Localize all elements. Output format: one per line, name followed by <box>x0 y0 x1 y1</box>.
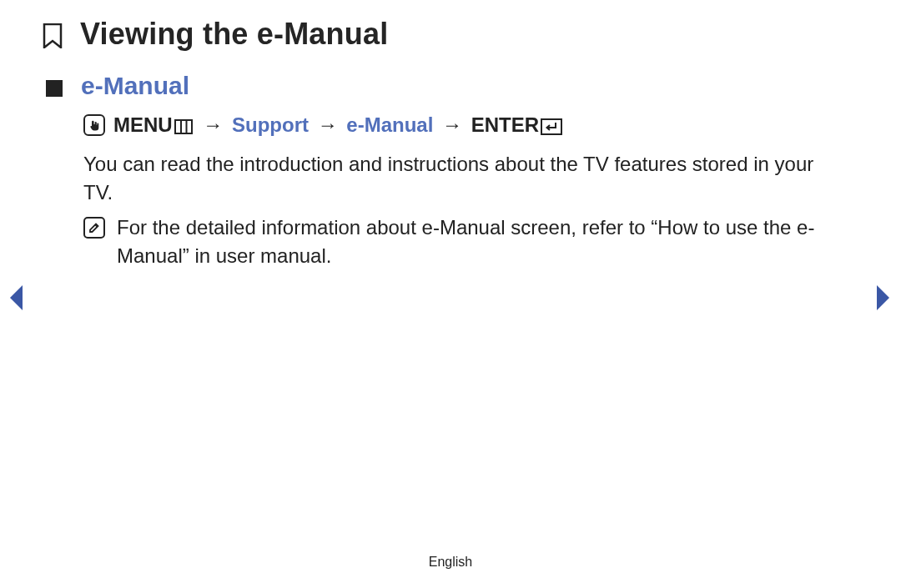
menu-path: MENU → Support → e-Manual → ENTER <box>83 113 564 137</box>
note-text: For the detailed information about e-Man… <box>117 214 855 270</box>
section-row: e-Manual <box>46 72 189 100</box>
body-text: You can read the introduction and instru… <box>83 150 843 207</box>
menu-label: MENU <box>113 113 173 136</box>
section-heading: e-Manual <box>81 72 189 100</box>
footer-language: English <box>0 555 901 570</box>
arrow-1: → <box>199 113 226 136</box>
note-row: For the detailed information about e-Man… <box>83 214 855 270</box>
square-bullet-icon <box>46 80 63 97</box>
breadcrumb-emanual: e-Manual <box>346 113 433 136</box>
svg-rect-0 <box>175 120 192 133</box>
arrow-2: → <box>315 113 341 136</box>
bookmark-icon <box>42 23 63 48</box>
arrow-3: → <box>439 113 466 136</box>
menu-path-text: MENU → Support → e-Manual → ENTER <box>113 113 564 137</box>
prev-page-arrow[interactable] <box>7 284 25 312</box>
note-pencil-icon <box>83 217 105 239</box>
hand-icon <box>83 114 105 136</box>
enter-label: ENTER <box>471 113 539 136</box>
menu-grid-icon <box>174 119 193 134</box>
breadcrumb-support: Support <box>232 113 309 136</box>
enter-icon <box>541 118 562 135</box>
title-row: Viewing the e-Manual <box>42 17 388 52</box>
next-page-arrow[interactable] <box>874 284 893 312</box>
manual-page: Viewing the e-Manual e-Manual MENU → Sup… <box>0 0 901 588</box>
page-title: Viewing the e-Manual <box>80 17 388 52</box>
